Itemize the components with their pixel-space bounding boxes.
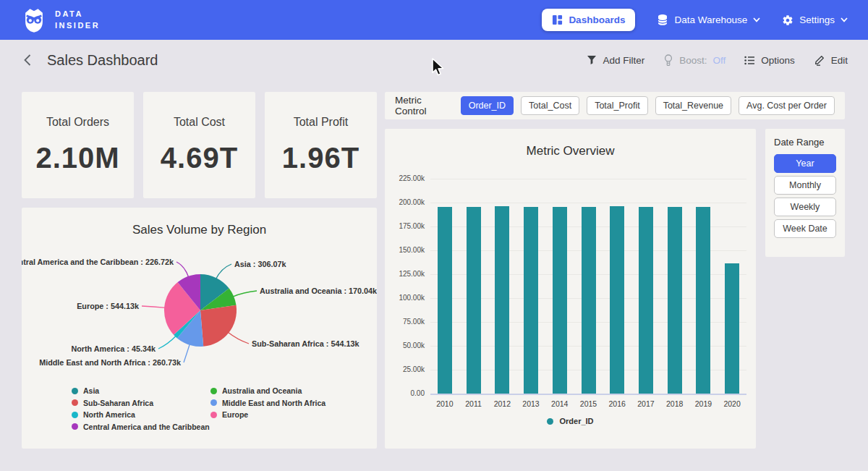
options-label: Options <box>761 55 795 66</box>
pie-label-line <box>216 264 231 279</box>
date-range-panel: Date Range YearMonthlyWeeklyWeek Date <box>765 129 845 257</box>
x-axis-tick-label: 2017 <box>630 399 662 408</box>
header-actions: Add Filter Boost: Off Options <box>587 54 848 67</box>
bar[interactable] <box>467 207 481 394</box>
boost-toggle[interactable]: Boost: Off <box>663 54 726 67</box>
legend-dot <box>210 399 217 406</box>
pie-slice-label: Central America and the Caribbean : 226.… <box>22 258 174 266</box>
bar[interactable] <box>495 206 509 394</box>
legend-label: Europe <box>222 410 248 419</box>
pie-label-line <box>184 344 190 362</box>
settings-menu[interactable]: Settings <box>782 14 848 26</box>
database-icon <box>657 14 668 26</box>
x-axis-tick-label: 2020 <box>716 399 748 408</box>
pie-slice-sub-saharan-africa[interactable] <box>200 305 237 347</box>
page-header: Sales Dashboard Add Filter Boost: Off <box>0 40 868 80</box>
bar[interactable] <box>553 207 567 394</box>
metric-chip-order-id[interactable]: Order_ID <box>461 96 514 115</box>
metric-chip-total-profit[interactable]: Total_Profit <box>587 96 648 115</box>
kpi-label: Total Profit <box>294 116 349 129</box>
bar-chart-legend[interactable]: Order_ID <box>385 417 756 425</box>
pencil-icon <box>814 54 825 66</box>
date-option-year[interactable]: Year <box>774 154 836 173</box>
pie-slice-label: Middle East and North Africa : 260.73k <box>39 358 182 367</box>
bar[interactable] <box>610 206 624 394</box>
boost-label: Boost: <box>679 55 707 66</box>
gridline <box>430 179 746 179</box>
metric-chip-total-cost[interactable]: Total_Cost <box>521 96 579 115</box>
pie-legend-item-europe[interactable]: Europe <box>210 409 326 421</box>
pie-label-line <box>142 306 166 307</box>
sales-volume-panel: Sales Volume by Region Asia : 306.07kAus… <box>22 208 377 449</box>
metric-chip-total-revenue[interactable]: Total_Revenue <box>655 96 731 115</box>
bar[interactable] <box>582 207 596 394</box>
bar[interactable] <box>438 207 452 394</box>
kpi-card: Total Orders2.10M <box>22 92 134 198</box>
pie-label-line <box>176 262 189 278</box>
filter-funnel-icon <box>587 55 597 65</box>
metric-chip-avg-cost-per-order[interactable]: Avg. Cost per Order <box>739 96 835 115</box>
chevron-down-icon <box>841 17 848 22</box>
legend-label: Order_ID <box>559 417 593 425</box>
x-axis-tick-label: 2010 <box>429 399 461 408</box>
metric-overview-panel: Metric Overview 0.0025.00k50.00k75.00k10… <box>385 129 756 449</box>
brand-logo[interactable]: DATA INSIDER <box>20 7 100 34</box>
page-title: Sales Dashboard <box>47 52 158 69</box>
pie-legend-item-central-america-and-the-caribbean[interactable]: Central America and the Caribbean <box>72 421 210 433</box>
bar[interactable] <box>524 207 538 394</box>
pie-legend-item-sub-saharan-africa[interactable]: Sub-Saharan Africa <box>72 397 210 410</box>
list-icon <box>744 56 755 65</box>
gear-icon <box>782 14 793 26</box>
balloon-icon <box>663 54 673 67</box>
brand-name: DATA INSIDER <box>55 9 100 32</box>
legend-label: Middle East and North Africa <box>222 399 326 407</box>
y-axis-tick-label: 125.00k <box>385 270 425 278</box>
pie-slice-label: Australia and Oceania : 170.04k <box>260 287 377 295</box>
pie-label-line <box>228 332 249 344</box>
y-axis-tick-label: 75.00k <box>385 318 425 326</box>
bar[interactable] <box>725 263 739 394</box>
pie-chart-title: Sales Volume by Region <box>22 223 377 237</box>
gridline <box>430 203 746 203</box>
pie-chart: Asia : 306.07kAustralia and Oceania : 17… <box>22 244 377 378</box>
add-filter-button[interactable]: Add Filter <box>587 55 644 66</box>
kpi-value: 1.96T <box>282 142 359 174</box>
bar[interactable] <box>668 207 682 394</box>
legend-dot <box>72 412 78 418</box>
legend-dot <box>72 423 78 430</box>
x-axis-tick-label: 2011 <box>458 399 490 408</box>
metric-control-bar: Metric Control Order_IDTotal_CostTotal_P… <box>385 92 845 119</box>
data-warehouse-menu[interactable]: Data Warehouse <box>657 14 760 26</box>
date-option-monthly[interactable]: Monthly <box>774 176 836 195</box>
back-button[interactable] <box>20 52 34 68</box>
x-axis-tick-label: 2012 <box>486 399 518 408</box>
metric-chip-group: Order_IDTotal_CostTotal_ProfitTotal_Reve… <box>461 96 835 115</box>
settings-label: Settings <box>799 14 835 25</box>
bar[interactable] <box>639 207 653 394</box>
options-button[interactable]: Options <box>744 55 795 66</box>
pie-slice-label: Asia : 306.07k <box>234 260 286 268</box>
legend-dot <box>72 388 78 394</box>
pie-label-line <box>232 291 257 297</box>
kpi-card: Total Cost4.69T <box>143 92 255 198</box>
bar[interactable] <box>696 207 710 394</box>
date-option-week-date[interactable]: Week Date <box>774 219 836 238</box>
pie-legend-item-middle-east-and-north-africa[interactable]: Middle East and North Africa <box>210 397 326 410</box>
y-axis-tick-label: 0.00 <box>385 389 425 397</box>
pie-legend-item-australia-and-oceania[interactable]: Australia and Oceania <box>210 385 326 397</box>
bar-chart-title: Metric Overview <box>385 144 756 158</box>
edit-button[interactable]: Edit <box>814 54 848 66</box>
dashboards-button[interactable]: Dashboards <box>542 9 635 31</box>
owl-logo-icon <box>20 7 48 34</box>
y-axis-tick-label: 150.00k <box>385 246 425 254</box>
y-axis-tick-label: 50.00k <box>385 341 425 349</box>
pie-legend-item-asia[interactable]: Asia <box>72 385 210 397</box>
brand-line2: INSIDER <box>55 20 100 32</box>
boost-state: Off <box>712 55 726 66</box>
x-axis-tick-label: 2019 <box>687 399 719 408</box>
top-nav: DATA INSIDER Dashboards Data Warehou <box>0 0 868 40</box>
kpi-label: Total Orders <box>46 116 109 129</box>
chevron-left-icon <box>22 54 33 67</box>
pie-legend-item-north-america[interactable]: North America <box>72 409 210 421</box>
date-option-weekly[interactable]: Weekly <box>774 198 836 216</box>
